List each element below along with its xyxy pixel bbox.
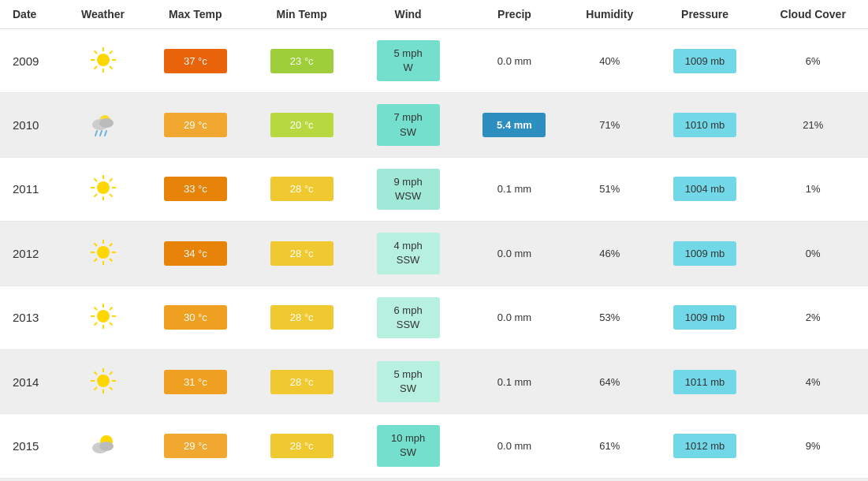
- wind-cell: 10 mphSW: [355, 414, 461, 478]
- svg-line-22: [110, 179, 113, 182]
- column-header-max-temp: Max Temp: [142, 0, 248, 29]
- precip-cell: 0.0 mm: [461, 478, 568, 481]
- svg-point-11: [99, 118, 114, 128]
- svg-line-49: [110, 371, 113, 375]
- svg-line-40: [110, 308, 113, 311]
- max-temp-cell: 34 °c: [142, 222, 248, 285]
- precip-cell: 0.0 mm: [461, 285, 568, 349]
- svg-line-50: [94, 387, 97, 390]
- table-header-row: DateWeatherMax TempMin TempWindPrecipHum…: [0, 0, 868, 29]
- table-row: 2015 29 °c28 °c10 mphSW0.0 mm61%1012 mb9…: [0, 414, 868, 478]
- column-header-humidity: Humidity: [568, 0, 652, 29]
- pressure-cell: 1009 mb: [652, 285, 758, 349]
- date-cell: 2013: [0, 285, 64, 349]
- date-cell: 2012: [0, 222, 64, 285]
- table-row: 2011 33 °c28 °c9 mphWSW0.1 mm51%1004 mb1…: [0, 157, 868, 221]
- column-header-min-temp: Min Temp: [248, 0, 355, 29]
- svg-line-7: [110, 50, 113, 54]
- humidity-cell: 40%: [568, 29, 652, 93]
- column-header-cloud-cover: Cloud Cover: [758, 0, 868, 29]
- wind-cell: 6 mphSSW: [355, 285, 461, 349]
- humidity-cell: 71%: [568, 93, 652, 157]
- cloud-cover-cell: 6%: [758, 29, 868, 93]
- precip-cell: 0.1 mm: [461, 349, 568, 413]
- cloud-cover-cell: 2%: [758, 478, 868, 481]
- min-temp-cell: 20 °c: [248, 93, 355, 157]
- weather-icon-cell: [64, 222, 143, 285]
- weather-icon-cell: [64, 157, 143, 221]
- wind-cell: 5 mphSW: [355, 349, 461, 413]
- max-temp-cell: 37 °c: [142, 29, 248, 93]
- date-cell: 2009: [0, 29, 64, 93]
- humidity-cell: 53%: [568, 285, 652, 349]
- sun-icon: [89, 46, 117, 74]
- min-temp-cell: 28 °c: [248, 349, 355, 413]
- humidity-cell: 59%: [568, 478, 652, 481]
- max-temp-cell: 30 °c: [142, 285, 248, 349]
- weather-icon-cell: [64, 93, 143, 157]
- svg-line-12: [95, 131, 97, 136]
- min-temp-cell: 27 °c: [248, 478, 355, 481]
- table-row: 2016 28 °c27 °c8 mphSW0.0 mm59%1011 mb2%: [0, 478, 868, 481]
- date-cell: 2016: [0, 478, 64, 481]
- svg-point-33: [97, 310, 110, 323]
- weather-table: DateWeatherMax TempMin TempWindPrecipHum…: [0, 0, 868, 481]
- weather-icon-cell: [64, 478, 143, 481]
- weather-icon-cell: [64, 285, 143, 349]
- svg-line-38: [94, 308, 97, 311]
- precip-cell: 0.0 mm: [461, 29, 568, 93]
- humidity-cell: 64%: [568, 349, 652, 413]
- wind-cell: 7 mphSW: [355, 93, 461, 157]
- rain-icon: [88, 110, 119, 138]
- max-temp-cell: 33 °c: [142, 157, 248, 221]
- column-header-wind: Wind: [355, 0, 461, 29]
- svg-point-15: [97, 181, 110, 194]
- svg-line-5: [94, 50, 97, 54]
- precip-cell: 5.4 mm: [461, 93, 568, 157]
- min-temp-cell: 28 °c: [248, 157, 355, 221]
- svg-line-20: [94, 179, 97, 182]
- svg-line-14: [105, 131, 106, 136]
- min-temp-cell: 28 °c: [248, 222, 355, 285]
- column-header-precip: Precip: [461, 0, 568, 29]
- humidity-cell: 46%: [568, 222, 652, 285]
- svg-line-13: [100, 131, 102, 136]
- pressure-cell: 1004 mb: [652, 157, 758, 221]
- svg-line-48: [110, 387, 113, 390]
- cloud-cover-cell: 2%: [758, 285, 868, 349]
- table-row: 2010 29 °c20 °c7 mphSW5.4 mm71%1010 mb21…: [0, 93, 868, 157]
- pressure-cell: 1011 mb: [652, 478, 758, 481]
- pressure-cell: 1010 mb: [652, 93, 758, 157]
- svg-line-6: [110, 66, 113, 69]
- max-temp-cell: 29 °c: [142, 93, 248, 157]
- table-row: 2014 31 °c28 °c5 mphSW0.1 mm64%1011 mb4%: [0, 349, 868, 413]
- partly-cloudy-icon: [88, 431, 119, 459]
- date-cell: 2015: [0, 414, 64, 478]
- sun-icon: [89, 367, 117, 395]
- svg-point-42: [97, 375, 110, 387]
- svg-point-24: [97, 246, 110, 259]
- svg-line-31: [110, 243, 113, 246]
- sun-icon: [89, 302, 117, 330]
- cloud-cover-cell: 21%: [758, 93, 868, 157]
- weather-icon-cell: [64, 29, 143, 93]
- svg-line-41: [94, 323, 97, 326]
- pressure-cell: 1012 mb: [652, 414, 758, 478]
- table-row: 2013 30 °c28 °c6 mphSSW0.0 mm53%1009 mb2…: [0, 285, 868, 349]
- table-row: 2009 37 °c23 °c5 mphW0.0 mm40%1009 mb6%: [0, 29, 868, 93]
- precip-cell: 0.1 mm: [461, 157, 568, 221]
- svg-point-0: [97, 54, 110, 66]
- svg-line-39: [110, 323, 113, 326]
- column-header-pressure: Pressure: [652, 0, 758, 29]
- precip-cell: 0.0 mm: [461, 414, 568, 478]
- max-temp-cell: 29 °c: [142, 414, 248, 478]
- sun-icon: [89, 173, 117, 202]
- date-cell: 2011: [0, 157, 64, 221]
- svg-line-32: [94, 259, 97, 262]
- table-row: 2012 34 °c28 °c4 mphSSW0.0 mm46%1009 mb0…: [0, 222, 868, 285]
- wind-cell: 5 mphW: [355, 29, 461, 93]
- date-cell: 2014: [0, 349, 64, 413]
- svg-point-53: [99, 442, 114, 451]
- humidity-cell: 61%: [568, 414, 652, 478]
- svg-line-23: [94, 194, 97, 197]
